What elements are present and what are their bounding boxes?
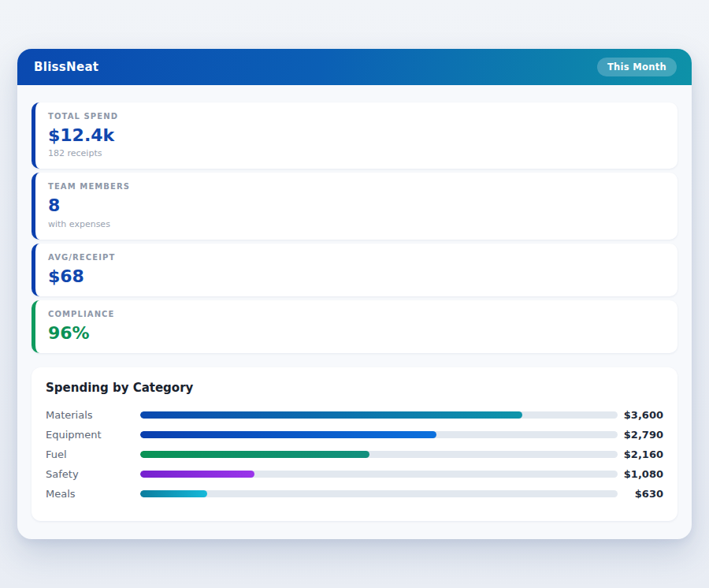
bar-label: Meals: [46, 488, 140, 500]
chart-title: Spending by Category: [46, 381, 663, 395]
app-title: BlissNeat: [34, 60, 98, 74]
bar-row-equipment: Equipment $2,790: [46, 425, 663, 445]
bar-label: Equipment: [46, 429, 140, 441]
stat-label: TEAM MEMBERS: [48, 182, 665, 191]
bar-label: Fuel: [46, 448, 140, 460]
bar-row-fuel: Fuel $2,160: [46, 445, 663, 464]
bar-fill: [140, 490, 207, 497]
stat-value: 8: [48, 195, 665, 215]
bar-track: [140, 411, 618, 419]
bar-track: [140, 451, 618, 458]
stat-value: $12.4k: [48, 125, 665, 145]
bar-value: $630: [618, 488, 663, 500]
stat-label: AVG/RECEIPT: [48, 253, 665, 262]
stat-subtext: with expenses: [48, 219, 665, 229]
stat-card-team-members: TEAM MEMBERS 8 with expenses: [32, 173, 677, 239]
bar-fill: [140, 451, 369, 458]
stat-card-avg-receipt: AVG/RECEIPT $68: [32, 244, 677, 296]
stat-value: $68: [48, 266, 665, 286]
bar-row-safety: Safety $1,080: [46, 464, 663, 484]
bar-fill: [140, 471, 254, 478]
spending-by-category-card: Spending by Category Materials $3,600 Eq…: [32, 367, 677, 521]
dashboard-content: TOTAL SPEND $12.4k 182 receipts TEAM MEM…: [17, 85, 692, 521]
bar-value: $3,600: [618, 409, 663, 421]
bar-track: [140, 431, 618, 438]
bar-track: [140, 490, 618, 497]
dashboard-panel: BlissNeat This Month TOTAL SPEND $12.4k …: [17, 49, 692, 539]
bar-row-meals: Meals $630: [46, 484, 663, 504]
bar-value: $2,790: [618, 429, 663, 441]
stat-label: COMPLIANCE: [48, 310, 665, 318]
bar-fill: [140, 411, 522, 419]
stat-label: TOTAL SPEND: [48, 112, 665, 121]
bar-label: Safety: [46, 468, 140, 480]
bar-label: Materials: [46, 409, 140, 421]
bar-value: $2,160: [618, 448, 663, 460]
bar-track: [140, 471, 618, 478]
period-badge[interactable]: This Month: [597, 58, 677, 76]
bar-fill: [140, 431, 436, 438]
stat-subtext: 182 receipts: [48, 148, 665, 158]
bar-value: $1,080: [618, 468, 663, 480]
bar-row-materials: Materials $3,600: [46, 405, 663, 425]
stat-card-total-spend: TOTAL SPEND $12.4k 182 receipts: [32, 102, 677, 169]
stat-value: 96%: [48, 323, 665, 343]
app-header: BlissNeat This Month: [17, 49, 692, 85]
stat-card-compliance: COMPLIANCE 96%: [32, 300, 677, 353]
